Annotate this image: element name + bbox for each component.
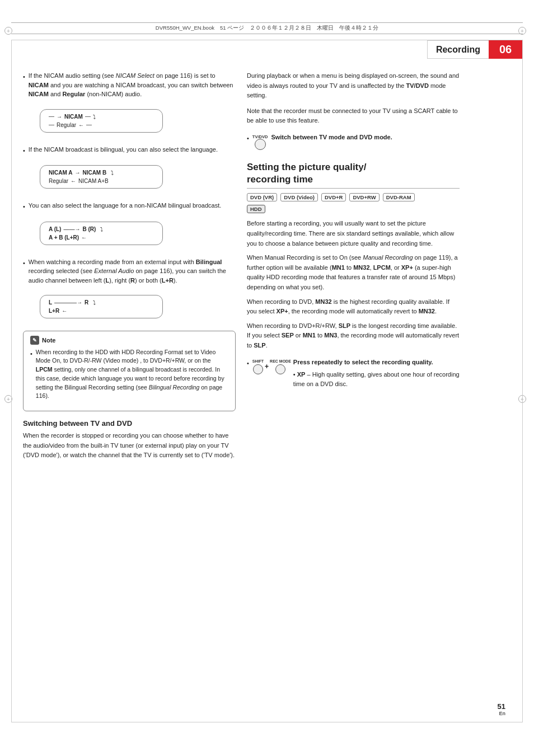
badge-dvd-video: DVD (Video) bbox=[280, 193, 318, 201]
switching-heading: Switching between TV and DVD bbox=[23, 419, 236, 428]
rec-mode-icon-label: REC MODE bbox=[270, 359, 291, 365]
rec-mode-button-icon bbox=[275, 364, 285, 374]
diagram-row-regular: Regular ← bbox=[49, 121, 154, 129]
chapter-number: 06 bbox=[489, 40, 522, 59]
diagram-row-nicam-a-b: NICAM A → NICAM B ⤵ bbox=[49, 168, 154, 177]
main-content: Recording 06 • If the NICAM audio settin… bbox=[11, 40, 523, 722]
bullet-dot-4: • bbox=[23, 259, 25, 285]
bullet-text-3: You can also select the language for a n… bbox=[29, 201, 236, 212]
tv-dvd-bullet-content: TV/DVD Switch between TV mode and DVD mo… bbox=[252, 133, 392, 150]
diagram-row-lr: L+R ← bbox=[49, 307, 154, 315]
two-column-layout: • If the NICAM audio setting (see NICAM … bbox=[23, 71, 511, 461]
tv-dvd-bullet: • TV/DVD Switch between TV mode and DVD … bbox=[247, 133, 460, 150]
page-lang: En bbox=[498, 711, 505, 716]
body-para-4: When recording to DVD+R/+RW, SLP is the … bbox=[247, 321, 460, 351]
bullet-text-1: If the NICAM audio setting (see NICAM Se… bbox=[29, 71, 236, 99]
body-para-2: When Manual Recording is set to On (see … bbox=[247, 253, 460, 292]
plus-separator: + bbox=[265, 361, 269, 372]
diagram-row-ab-lr: A + B (L+R) ← bbox=[49, 233, 154, 242]
bullet-item-1: • If the NICAM audio setting (see NICAM … bbox=[23, 71, 236, 99]
bullet-item-3: • You can also select the language for a… bbox=[23, 201, 236, 212]
page-number: 51 bbox=[498, 702, 505, 711]
rec-mode-icon-container: REC MODE bbox=[270, 359, 291, 375]
diagram-row-nicam: → NICAM ⤵ bbox=[49, 112, 154, 121]
badge-dvdrw: DVD+RW bbox=[349, 193, 379, 201]
diagram-1: → NICAM ⤵ Regular ← bbox=[34, 105, 230, 139]
press-bullet: • SHIFT + REC MODE bbox=[247, 358, 460, 389]
diagram-2: NICAM A → NICAM B ⤵ Regular ← NICAM A+B bbox=[34, 161, 230, 195]
file-info-bar: DVR550H_WV_EN.book 51 ページ ２００６年１２月２８日 木曜… bbox=[11, 22, 523, 34]
diagram-box-4: L ————→ R ⤵ L+R ← bbox=[40, 295, 163, 318]
tv-dvd-button-icon bbox=[255, 139, 266, 150]
right-intro-text: During playback or when a menu is being … bbox=[247, 71, 460, 101]
bullet-item-4: • When watching a recording made from an… bbox=[23, 257, 236, 285]
diagram-row-l-r: L ————→ R ⤵ bbox=[49, 298, 154, 307]
shift-icon-container: SHIFT bbox=[252, 359, 264, 375]
note-bullet: • When recording to the HDD with HDD Rec… bbox=[30, 348, 228, 401]
note-bullet-text: When recording to the HDD with HDD Recor… bbox=[36, 348, 228, 401]
switching-text: When the recorder is stopped or recordin… bbox=[23, 431, 236, 461]
shift-button-icon bbox=[253, 364, 263, 374]
page-number-container: 51 En bbox=[498, 702, 505, 716]
format-badges-hdd: HDD bbox=[247, 205, 460, 213]
picture-quality-heading: Setting the picture quality/recording ti… bbox=[247, 161, 460, 189]
right-column: During playback or when a menu is being … bbox=[247, 71, 460, 461]
bullet-item-2: • If the NICAM broadcast is bilingual, y… bbox=[23, 145, 236, 156]
note-text: • When recording to the HDD with HDD Rec… bbox=[30, 348, 228, 401]
tv-dvd-text: Switch between TV mode and DVD mode. bbox=[271, 133, 392, 142]
diagram-3: A (L) ——→ B (R) ⤵ A + B (L+R) ← bbox=[34, 217, 230, 252]
press-bullet-content: SHIFT + REC MODE Press repeatedly to sel… bbox=[252, 358, 460, 389]
right-note-text: Note that the recorder must be connected… bbox=[247, 106, 460, 126]
press-text: Press repeatedly to select the recording… bbox=[293, 358, 460, 389]
diagram-row-al-br: A (L) ——→ B (R) ⤵ bbox=[49, 225, 154, 233]
press-icons: SHIFT + REC MODE bbox=[252, 359, 291, 375]
diagram-box-3: A (L) ——→ B (R) ⤵ A + B (L+R) ← bbox=[40, 222, 163, 245]
chapter-title: Recording bbox=[427, 40, 489, 59]
bullet-dot-3: • bbox=[23, 202, 25, 212]
bullet-dot-1: • bbox=[23, 72, 25, 99]
body-para-1: Before starting a recording, you will us… bbox=[247, 219, 460, 248]
tv-dvd-icon-container: TV/DVD bbox=[252, 134, 268, 150]
diagram-4: L ————→ R ⤵ L+R ← bbox=[34, 290, 230, 325]
diagram-box-2: NICAM A → NICAM B ⤵ Regular ← NICAM A+B bbox=[40, 165, 163, 189]
bullet-text-2: If the NICAM broadcast is bilingual, you… bbox=[29, 145, 236, 156]
left-column: • If the NICAM audio setting (see NICAM … bbox=[23, 71, 236, 461]
bullet-text-4: When watching a recording made from an e… bbox=[29, 257, 236, 285]
note-box: ✎ Note • When recording to the HDD with … bbox=[23, 331, 236, 411]
body-para-3: When recording to DVD, MN32 is the highe… bbox=[247, 297, 460, 317]
diagram-row-regular-ab: Regular ← NICAM A+B bbox=[49, 177, 154, 185]
chapter-header: Recording 06 bbox=[427, 40, 522, 59]
note-bullet-dot: • bbox=[30, 349, 32, 401]
badge-dvdr: DVD+R bbox=[321, 193, 346, 201]
press-bullet-dot: • bbox=[247, 359, 249, 389]
shift-icon-label: SHIFT bbox=[252, 359, 264, 365]
tv-dvd-bullet-dot: • bbox=[247, 134, 249, 150]
page: DVR550H_WV_EN.book 51 ページ ２００６年１２月２８日 木曜… bbox=[0, 22, 534, 756]
note-label: Note bbox=[42, 336, 55, 345]
reg-mark-tl bbox=[4, 27, 16, 38]
reg-mark-tr bbox=[518, 27, 530, 38]
badge-dvd-vr: DVD (VR) bbox=[247, 193, 277, 201]
note-header: ✎ Note bbox=[30, 336, 228, 345]
file-info-text: DVR550H_WV_EN.book 51 ページ ２００６年１２月２８日 木曜… bbox=[156, 25, 378, 31]
badge-dvd-ram: DVD-RAM bbox=[383, 193, 415, 201]
badge-hdd: HDD bbox=[247, 205, 265, 213]
format-badges: DVD (VR) DVD (Video) DVD+R DVD+RW DVD-RA… bbox=[247, 193, 460, 201]
bullet-dot-2: • bbox=[23, 146, 25, 156]
xp-sub-bullet: • XP – High quality setting, gives about… bbox=[293, 370, 460, 388]
note-icon: ✎ bbox=[30, 336, 39, 345]
diagram-box-1: → NICAM ⤵ Regular ← bbox=[40, 109, 163, 133]
